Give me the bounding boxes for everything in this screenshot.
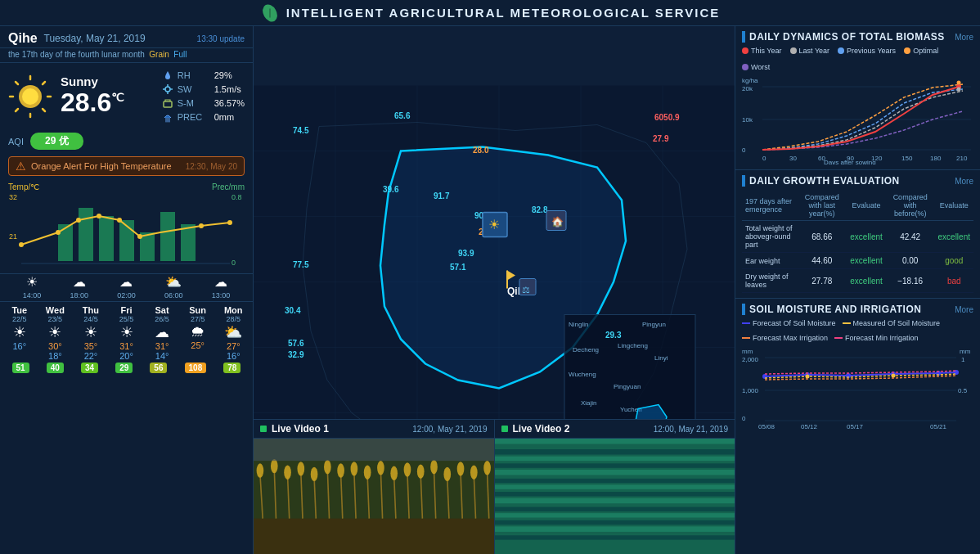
aqi-bar: AQI 29 优 [8,133,245,150]
update-time: 13:30 update [197,34,245,43]
svg-text:30.4: 30.4 [285,306,301,315]
biomass-header: DAILY DYNAMICS OF TOTAL BIOMASS More [742,31,973,43]
svg-text:05/17: 05/17 [847,423,864,430]
svg-point-29 [117,218,122,223]
svg-point-28 [97,214,101,218]
svg-rect-83 [254,519,494,554]
forecast-section: Tue22/5 ☀ 16° Wed23/5 ☀ 30° 18° Thu24/5 … [0,301,253,376]
growth-section: DAILY GROWTH EVALUATION More 197 days af… [735,170,980,299]
hourly-icon-3: ⛅ [150,274,197,290]
svg-text:82.8: 82.8 [532,205,548,214]
svg-rect-137 [495,439,735,554]
svg-text:10k: 10k [742,116,753,124]
svg-text:mm: mm [960,348,971,355]
svg-text:0: 0 [742,146,746,154]
biomass-title: DAILY DYNAMICS OF TOTAL BIOMASS [742,31,945,43]
video-content-1 [254,439,494,554]
svg-text:57.1: 57.1 [450,263,466,272]
svg-point-173 [806,375,810,379]
growth-header: DAILY GROWTH EVALUATION More [742,175,973,187]
svg-text:0: 0 [762,155,766,162]
hourly-icon-4: ☁ [197,274,245,290]
video-indicator-2 [501,426,508,432]
weather-details: RH 29% SW 1.5m/s S-M [162,70,245,123]
svg-point-31 [199,223,204,228]
biomass-more[interactable]: More [955,33,973,42]
header-title: INTELLIGENT AGRICULTURAL METEOROLOGICAL … [286,6,721,20]
video-time-1: 12:00, May 21, 2019 [412,425,487,434]
svg-text:Pingyun: Pingyun [642,321,666,328]
forecast-day-sat: Sat26/5 ☁ 31° 14° [144,305,180,361]
full-text: Full [173,50,187,59]
svg-line-9 [43,82,45,84]
svg-point-26 [56,230,61,235]
svg-point-102 [257,463,264,477]
svg-text:0.8: 0.8 [232,193,242,201]
alert-bar[interactable]: ⚠ Orange Alert For High Temperature 12:3… [8,156,245,176]
hourly-icon-2: ☁ [103,274,151,290]
legend-last-year: Last Year [790,47,830,55]
svg-text:30: 30 [789,155,797,162]
aqi-label: AQI [8,137,24,146]
header: INTELLIGENT AGRICULTURAL METEOROLOGICAL … [0,0,980,26]
right-panel: DAILY DYNAMICS OF TOTAL BIOMASS More Thi… [735,26,980,554]
video-indicator-1 [260,426,267,432]
aq-tue: 51 [12,363,29,373]
svg-rect-20 [99,216,114,261]
svg-point-3 [22,88,38,105]
humidity-icon [162,70,173,81]
legend-optimal: Optimal [904,47,938,55]
svg-text:05/08: 05/08 [758,423,775,430]
prec-chart-label: Prec/mm [212,182,245,191]
svg-text:0.5: 0.5 [958,387,968,394]
svg-point-117 [457,462,465,475]
svg-text:0: 0 [742,415,746,422]
svg-text:57.6: 57.6 [288,339,304,348]
growth-th-last-year: Compared with last year(%) [797,191,847,221]
temp-prec-chart-section: Temp/℃ Prec/mm 32 21 0.8 0 [0,179,253,273]
growth-row-dry: Dry weight of leaves 27.78 excellent −18… [742,269,973,293]
svg-text:🏠: 🏠 [551,215,564,227]
hourly-icons-row: ☀ ☁ ☁ ⛅ ☁ [0,273,253,291]
legend-worst: Worst [742,63,770,71]
svg-line-11 [43,109,45,111]
svg-point-174 [892,374,896,378]
aq-mon: 78 [223,363,241,373]
svg-point-113 [404,462,411,476]
forecast-day-mon: Mon28/5 ⛅ 27° 16° [215,305,251,361]
video-section: Live Video 1 12:00, May 21, 2019 [254,419,735,554]
legend-max-irr: Forecast Max Irrigation [742,334,828,342]
forecast-day-sun: Sun27/5 🌧 25° [180,305,216,361]
svg-point-107 [324,460,331,474]
svg-text:20k: 20k [742,85,753,92]
video-header-1: Live Video 1 12:00, May 21, 2019 [254,420,494,439]
aq-row: 51 40 34 29 56 108 78 [2,361,251,375]
svg-text:Decheng: Decheng [573,346,599,354]
alert-time: 12:30, May 20 [186,162,237,171]
svg-rect-19 [79,208,93,261]
video-header-2: Live Video 2 12:00, May 21, 2019 [495,420,735,439]
svg-point-105 [297,462,304,475]
legend-this-year: This Year [742,47,782,55]
svg-point-27 [76,218,81,223]
soil-more[interactable]: More [955,305,973,314]
center-map-panel: Ninglin Pingyun Decheng Lingcheng Linyi … [254,26,735,554]
soil-chart-svg: mm 2,000 1,000 0 mm 1 0.5 [742,345,974,435]
alert-text: Orange Alert For High Temperature [31,161,181,171]
svg-point-119 [483,461,491,475]
svg-text:0: 0 [232,259,236,267]
forecast-days-row: Tue22/5 ☀ 16° Wed23/5 ☀ 30° 18° Thu24/5 … [2,305,251,361]
svg-text:Xiajin: Xiajin [581,399,597,407]
svg-point-156 [957,81,961,85]
growth-th-days: 197 days after emergence [742,191,797,221]
leaf-icon [260,3,280,23]
growth-more[interactable]: More [955,177,973,186]
svg-text:150: 150 [901,155,913,162]
growth-th-before: Compared with before(%) [886,191,935,221]
left-panel: Qihe Tuesday, May 21, 2019 13:30 update … [0,26,254,554]
hourly-times-row: 14:00 18:00 02:00 06:00 13:00 [0,291,253,301]
svg-point-109 [351,462,358,475]
svg-point-104 [284,466,291,480]
svg-text:1: 1 [961,356,965,363]
location-name: Qihe [8,31,38,46]
